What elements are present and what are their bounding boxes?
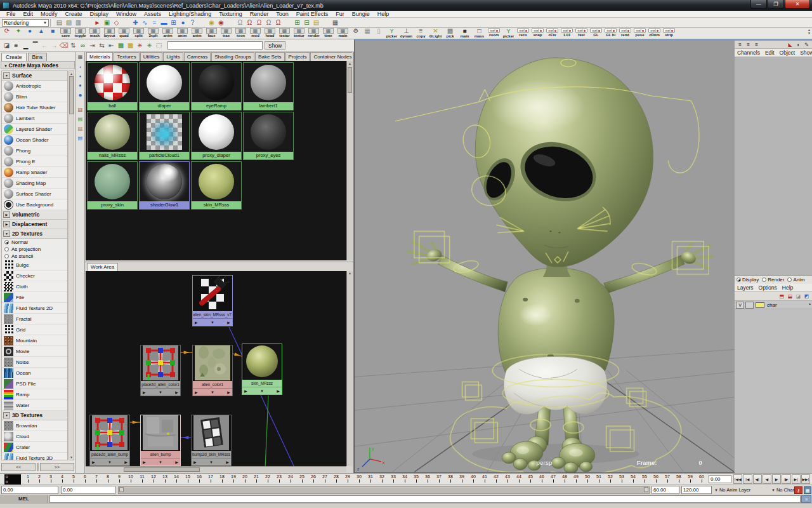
show-layers-icon[interactable]: ≡ — [744, 41, 752, 48]
frame-tick[interactable]: 16 — [193, 474, 205, 485]
move-layer-up-icon[interactable]: ⬒ — [778, 293, 786, 300]
node-port-button[interactable]: ▶ — [195, 390, 198, 394]
frame-tick[interactable]: 37 — [433, 474, 445, 485]
frame-tick[interactable]: 60 — [696, 474, 707, 485]
hypershade-toolbar-icon[interactable]: ∞ — [78, 41, 88, 50]
frame-tick[interactable]: 8 — [102, 474, 114, 485]
node-port-button[interactable]: ▼ — [159, 460, 162, 464]
title-bar[interactable]: Autodesk Maya 2010 x64: G:\Projects\Alie… — [0, 0, 812, 11]
hypershade-toolbar-icon[interactable]: → — [49, 41, 59, 50]
shelf-button[interactable]: ■ mel — [47, 28, 58, 39]
hypershade-toolbar-icon[interactable]: ⇆ — [97, 41, 107, 50]
shelf-button[interactable]: ▦ mel textur — [292, 28, 306, 39]
material-swatch-tile[interactable]: shaderGlow1 — [139, 161, 190, 210]
speed-icon[interactable]: ◗ — [794, 41, 802, 48]
channel-box-menu-item[interactable]: Show — [797, 50, 812, 57]
create-list-scrollbar[interactable]: ▲ ▼ — [69, 70, 74, 460]
layer-mode-radio[interactable]: Display — [737, 277, 759, 283]
toolbar-icon[interactable]: Ω — [245, 18, 254, 27]
shelf-button[interactable]: ▦ mel face — [204, 28, 219, 39]
shelf-button[interactable]: ▦ mel quad — [117, 28, 131, 39]
menu-item[interactable]: Modify — [37, 11, 62, 18]
frame-tick[interactable]: 15 — [182, 474, 193, 485]
toolbar-icon[interactable]: ⊟ — [302, 18, 311, 27]
section-header[interactable]: Volumetric — [2, 210, 67, 220]
layer-menu-item[interactable]: Layers — [735, 284, 756, 291]
material-swatch-tile[interactable]: proxy_skin — [87, 161, 138, 210]
shelf-button[interactable]: ⊥ mel dynam — [399, 28, 414, 39]
viewport-canvas[interactable]: y x z persp Frame: 0 — [355, 41, 734, 472]
hypershade-tab[interactable]: Container Nodes — [310, 52, 352, 61]
frame-tick[interactable]: 36 — [422, 474, 433, 485]
frame-tick[interactable]: 25 — [296, 474, 308, 485]
frame-tick[interactable]: 32 — [376, 474, 388, 485]
shelf-button[interactable]: ▦ mel head — [263, 28, 277, 39]
frame-tick[interactable]: 55 — [639, 474, 650, 485]
shelf-button[interactable]: ▦ mel anim — [160, 28, 175, 39]
toolbar-icon[interactable] — [283, 18, 292, 27]
menu-set-dropdown[interactable]: Rendering ▼ — [2, 19, 49, 27]
minimize-button[interactable]: — — [750, 0, 767, 9]
create-node-item[interactable]: Fluid Texture 2D — [2, 303, 67, 314]
hypershade-tab[interactable]: Lights — [163, 52, 183, 61]
node-port-button[interactable]: ▼ — [260, 389, 264, 393]
shelf-button[interactable]: ≡ mel copy — [414, 28, 428, 39]
texture-placement-radio[interactable]: As projection — [2, 246, 67, 253]
create-node-item[interactable]: Hair Tube Shader — [2, 102, 67, 113]
sort-reverse-icon[interactable]: ▤ — [77, 135, 84, 142]
frame-tick[interactable]: 51 — [593, 474, 605, 485]
frame-tick[interactable]: 47 — [547, 474, 559, 485]
toolbar-icon[interactable]: ▬ — [159, 18, 169, 27]
shelf-button[interactable]: □ mel mass — [472, 28, 487, 39]
section-header[interactable]: 2D Textures — [2, 229, 67, 239]
menu-item[interactable]: Paint Effects — [292, 11, 332, 18]
frame-tick[interactable]: 38 — [445, 474, 456, 485]
toolbar-icon[interactable]: ◉ — [216, 18, 226, 27]
create-node-item[interactable]: Ocean Shader — [2, 135, 67, 145]
materials-scrollbar[interactable]: ▲ — [346, 61, 353, 260]
toolbar-icon[interactable] — [197, 18, 207, 27]
time-slider[interactable]: 0 0 1 2 3 4 5 6 — [0, 473, 812, 485]
shelf-button[interactable]: ▦ mel toggle — [73, 28, 88, 39]
shelf-button[interactable]: mel rend — [618, 28, 632, 39]
create-node-item[interactable]: Fluid Texture 3D — [2, 453, 67, 460]
frame-tick[interactable]: 40 — [468, 474, 479, 485]
shelf-button[interactable]: ▦ mel main — [336, 28, 350, 39]
frame-ruler[interactable]: 1 2 3 4 5 6 7 — [22, 474, 707, 485]
material-swatch-tile[interactable]: proxy_eyes — [243, 112, 294, 160]
shelf-button[interactable]: mel GL hi — [603, 28, 618, 39]
hypershade-toolbar-icon[interactable]: ✳ — [145, 41, 154, 50]
playback-start-field[interactable] — [61, 486, 115, 494]
layer-visibility-toggle[interactable]: V — [736, 302, 744, 309]
range-end-handle[interactable] — [644, 487, 648, 492]
toolbar-icon[interactable]: ◉ — [207, 18, 216, 27]
sort-type-icon[interactable]: ▤ — [77, 116, 84, 123]
channel-box-empty[interactable] — [735, 57, 812, 276]
channel-box-menu-item[interactable]: Edit — [763, 50, 777, 57]
shader-node[interactable]: alien_bump ▶▼▶ — [140, 415, 181, 466]
create-node-item[interactable]: Fractal — [2, 314, 67, 324]
hypershade-toolbar-icon[interactable]: ▁ — [21, 41, 30, 50]
create-bar-tab[interactable]: Bins — [28, 53, 48, 61]
layer-menu-item[interactable]: Help — [780, 284, 796, 291]
toolbar-icon[interactable]: ▣ — [102, 18, 112, 27]
hypershade-toolbar-icon[interactable]: ✳ — [135, 41, 145, 50]
show-both-icon[interactable]: ≡ — [752, 41, 761, 48]
shelf-button[interactable]: mel strip — [662, 28, 676, 39]
hypershade-toolbar-icon[interactable]: ⇤ — [107, 41, 116, 50]
toolbar-icon[interactable]: ◇ — [112, 18, 121, 27]
frame-tick[interactable]: 52 — [605, 474, 616, 485]
frame-tick[interactable]: 12 — [148, 474, 159, 485]
create-node-item[interactable]: Grid — [2, 324, 67, 335]
hypershade-tab[interactable]: Cameras — [184, 52, 211, 61]
node-port-button[interactable]: ▶ — [277, 389, 280, 393]
swatch-small-icon[interactable]: ● — [77, 72, 84, 80]
shelf-button[interactable]: ▦ mel trax — [219, 28, 233, 39]
toolbar-icon[interactable]: ∿ — [140, 18, 150, 27]
channel-box-menu-item[interactable]: Object — [777, 50, 798, 57]
shelf-button[interactable]: mel zoom — [487, 28, 501, 39]
menu-item[interactable]: File — [3, 11, 20, 18]
shelf-button[interactable]: ʏ mel picker — [384, 28, 399, 39]
create-node-item[interactable]: Cloud — [2, 431, 67, 442]
playback-button[interactable]: ◀ — [763, 474, 771, 484]
